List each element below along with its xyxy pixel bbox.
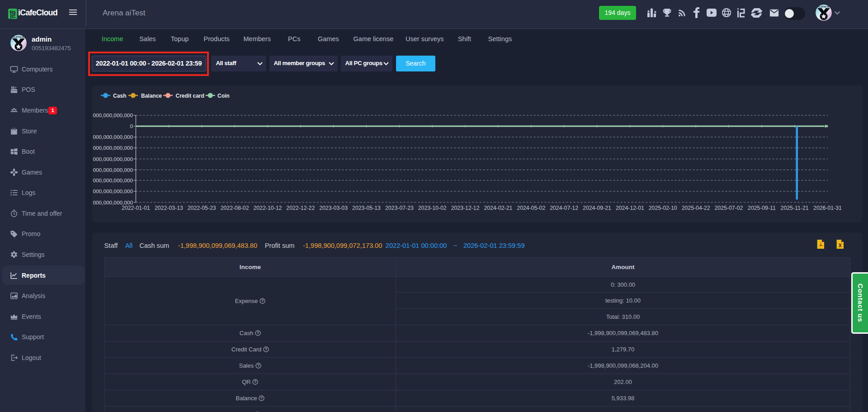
- svg-text:000,000,000,000: 000,000,000,000: [93, 156, 133, 162]
- svg-text:Credit card: Credit card: [176, 93, 204, 99]
- svg-text:PLATINUM: PLATINUM: [13, 36, 24, 38]
- svg-text:2022-12-22: 2022-12-22: [286, 205, 315, 211]
- svg-text:000,000,000,000: 000,000,000,000: [93, 134, 133, 140]
- svg-text:2022-10-12: 2022-10-12: [253, 205, 282, 211]
- svg-text:2024-05-02: 2024-05-02: [517, 205, 545, 211]
- svg-text:2024-02-21: 2024-02-21: [484, 205, 512, 211]
- svg-text:000,000,000,000: 000,000,000,000: [93, 145, 133, 151]
- svg-text:000,000,000,000: 000,000,000,000: [93, 188, 133, 194]
- svg-text:?: ?: [260, 396, 263, 400]
- svg-text:2025-07-02: 2025-07-02: [714, 205, 743, 211]
- svg-text:2022-01-01: 2022-01-01: [122, 205, 150, 211]
- svg-text:Cash: Cash: [113, 93, 126, 99]
- svg-text:?: ?: [265, 347, 267, 351]
- svg-text:2023-05-13: 2023-05-13: [352, 205, 381, 211]
- svg-text:2023-07-23: 2023-07-23: [385, 205, 414, 211]
- svg-text:PLATINUM: PLATINUM: [818, 6, 830, 8]
- svg-text:2023-03-03: 2023-03-03: [319, 205, 348, 211]
- svg-text:?: ?: [261, 298, 264, 303]
- svg-text:2024-09-21: 2024-09-21: [583, 205, 611, 211]
- svg-text:2023-12-12: 2023-12-12: [451, 205, 480, 211]
- svg-text:2025-11-21: 2025-11-21: [781, 205, 809, 211]
- svg-text:000,000,000,000: 000,000,000,000: [93, 112, 133, 118]
- svg-text:2022-08-02: 2022-08-02: [221, 205, 249, 211]
- svg-text:Coin: Coin: [217, 93, 230, 99]
- svg-text:0: 0: [130, 123, 133, 129]
- svg-text:?: ?: [257, 363, 259, 368]
- svg-text:2025-04-22: 2025-04-22: [682, 205, 710, 211]
- svg-text:2024-07-12: 2024-07-12: [550, 205, 578, 211]
- svg-text:2024-12-01: 2024-12-01: [616, 205, 644, 211]
- svg-text:2023-10-02: 2023-10-02: [418, 205, 447, 211]
- svg-text:2022-03-13: 2022-03-13: [155, 205, 183, 211]
- svg-text:2022-05-23: 2022-05-23: [188, 205, 216, 211]
- svg-text:?: ?: [254, 379, 256, 384]
- svg-text:000,000,000,000: 000,000,000,000: [93, 177, 133, 184]
- svg-text:?: ?: [257, 331, 259, 335]
- svg-text:Balance: Balance: [141, 93, 162, 99]
- svg-text:2026-01-31: 2026-01-31: [813, 205, 842, 211]
- svg-text:2025-09-11: 2025-09-11: [748, 205, 776, 211]
- svg-text:2025-02-10: 2025-02-10: [649, 205, 677, 211]
- svg-text:000,000,000,000: 000,000,000,000: [93, 167, 133, 173]
